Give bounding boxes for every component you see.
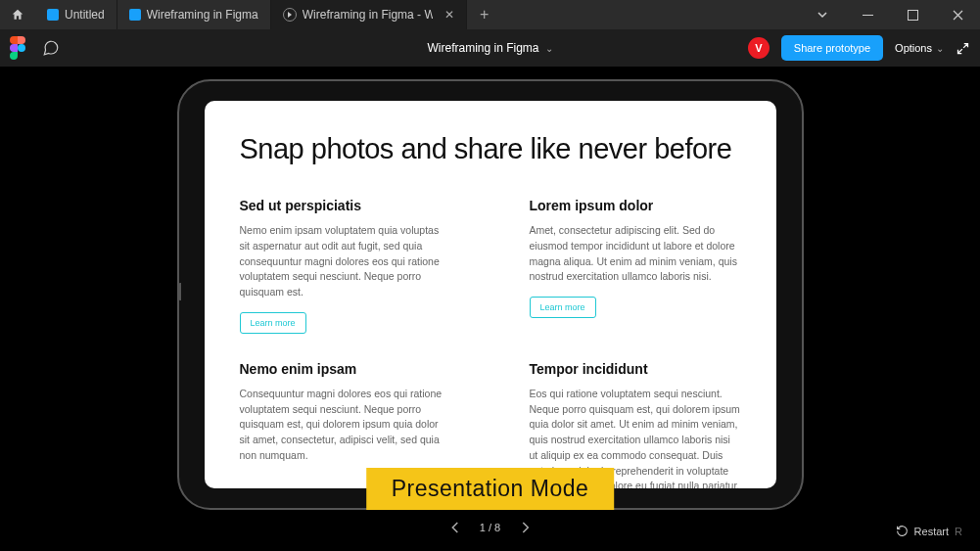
feature-block: Sed ut perspiciatis Nemo enim ipsam volu… <box>240 198 451 334</box>
options-dropdown[interactable]: Options ⌄ <box>895 42 944 54</box>
new-tab-button[interactable]: + <box>467 0 502 29</box>
figma-file-icon <box>47 9 59 21</box>
share-prototype-button[interactable]: Share prototype <box>781 35 883 61</box>
close-window-button[interactable] <box>935 0 980 29</box>
learn-more-button[interactable]: Learn more <box>530 297 596 318</box>
feature-body: Nemo enim ipsam voluptatem quia voluptas… <box>240 223 451 300</box>
window-menu-button[interactable] <box>800 0 845 29</box>
toolbar: Wireframing in Figma ⌄ V Share prototype… <box>0 29 980 67</box>
tab-label: Untitled <box>65 8 105 22</box>
feature-title: Nemo enim ipsam <box>240 361 451 377</box>
prototype-canvas: Snap photos and share like never before … <box>0 67 980 551</box>
figma-file-icon <box>129 9 141 21</box>
restart-shortcut: R <box>955 526 962 537</box>
svg-rect-0 <box>863 15 873 16</box>
chevron-left-icon <box>450 522 460 533</box>
maximize-icon <box>908 10 918 21</box>
feature-title: Lorem ipsum dolor <box>530 198 741 213</box>
feature-title: Sed ut perspiciatis <box>240 198 451 213</box>
chevron-right-icon <box>520 522 530 533</box>
play-icon <box>283 8 297 22</box>
prototype-screen[interactable]: Snap photos and share like never before … <box>205 101 776 488</box>
close-icon <box>953 10 963 21</box>
expand-icon <box>956 41 970 56</box>
restart-button[interactable]: Restart R <box>896 525 962 537</box>
titlebar: Untitled Wireframing in Figma Wireframin… <box>0 0 980 29</box>
comment-button[interactable] <box>39 36 63 60</box>
tab-untitled[interactable]: Untitled <box>35 0 117 29</box>
feature-grid: Sed ut perspiciatis Nemo enim ipsam volu… <box>240 198 741 488</box>
chevron-down-icon: ⌄ <box>936 43 944 54</box>
home-icon <box>11 8 24 22</box>
feature-title: Tempor incididunt <box>530 361 741 377</box>
prev-page-button[interactable] <box>446 518 464 537</box>
feature-body: Amet, consectetur adipiscing elit. Sed d… <box>530 223 741 285</box>
feature-block: Lorem ipsum dolor Amet, consectetur adip… <box>530 198 741 334</box>
tablet-device-frame: Snap photos and share like never before … <box>177 79 804 510</box>
home-button[interactable] <box>0 0 35 29</box>
minimize-icon <box>863 10 873 21</box>
page-indicator: 1 / 8 <box>480 522 500 533</box>
chevron-down-icon: ⌄ <box>545 43 553 54</box>
window-controls <box>800 0 980 29</box>
next-page-button[interactable] <box>516 518 534 537</box>
options-label: Options <box>895 42 932 54</box>
figma-logo[interactable] <box>10 36 25 60</box>
feature-body: Consequuntur magni dolores eos qui ratio… <box>240 387 451 464</box>
page-navigation: 1 / 8 <box>446 518 534 537</box>
maximize-button[interactable] <box>890 0 935 29</box>
document-title: Wireframing in Figma <box>427 41 538 55</box>
close-icon[interactable]: ✕ <box>444 8 454 22</box>
tab-wireframing[interactable]: Wireframing in Figma <box>117 0 271 29</box>
tab-label: Wireframing in Figma - Wireframing in F <box>303 8 433 22</box>
minimize-button[interactable] <box>845 0 890 29</box>
restart-label: Restart <box>914 526 949 537</box>
figma-logo-icon <box>10 36 25 60</box>
svg-rect-1 <box>908 10 917 20</box>
restart-icon <box>896 525 909 537</box>
avatar[interactable]: V <box>748 37 770 59</box>
document-title-dropdown[interactable]: Wireframing in Figma ⌄ <box>427 41 552 55</box>
chevron-down-icon <box>817 9 828 21</box>
presentation-mode-label: Presentation Mode <box>366 468 615 510</box>
learn-more-button[interactable]: Learn more <box>240 312 306 334</box>
fullscreen-button[interactable] <box>956 41 970 56</box>
tab-label: Wireframing in Figma <box>147 8 258 22</box>
hero-title: Snap photos and share like never before <box>240 130 741 168</box>
tab-prototype-active[interactable]: Wireframing in Figma - Wireframing in F … <box>271 0 467 29</box>
comment-icon <box>42 39 60 57</box>
avatar-initial: V <box>755 42 762 54</box>
